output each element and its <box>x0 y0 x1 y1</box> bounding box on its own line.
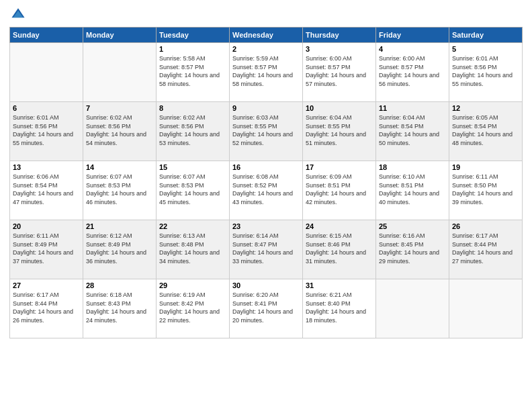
day-number: 24 <box>306 222 373 230</box>
day-number: 17 <box>306 163 373 171</box>
day-number: 15 <box>159 163 226 171</box>
calendar-cell: 25Sunrise: 6:16 AMSunset: 8:45 PMDayligh… <box>376 220 449 279</box>
day-info: Sunrise: 6:16 AMSunset: 8:45 PMDaylight:… <box>379 232 446 265</box>
calendar-cell: 2Sunrise: 5:59 AMSunset: 8:57 PMDaylight… <box>230 43 303 102</box>
day-info: Sunrise: 6:15 AMSunset: 8:46 PMDaylight:… <box>306 232 373 265</box>
day-number: 12 <box>452 104 519 112</box>
day-info: Sunrise: 6:04 AMSunset: 8:55 PMDaylight:… <box>306 113 373 147</box>
day-number: 9 <box>232 104 300 112</box>
day-info: Sunrise: 6:21 AMSunset: 8:40 PMDaylight:… <box>306 291 373 324</box>
calendar-cell: 3Sunrise: 6:00 AMSunset: 8:57 PMDaylight… <box>303 43 376 102</box>
calendar-cell: 19Sunrise: 6:11 AMSunset: 8:50 PMDayligh… <box>449 161 523 220</box>
weekday-header: Saturday <box>449 28 523 43</box>
calendar-cell <box>449 279 523 338</box>
day-info: Sunrise: 6:12 AMSunset: 8:49 PMDaylight:… <box>86 232 153 265</box>
day-number: 2 <box>232 45 300 53</box>
day-number: 8 <box>159 104 226 112</box>
calendar-cell: 4Sunrise: 6:00 AMSunset: 8:57 PMDaylight… <box>376 43 449 102</box>
day-info: Sunrise: 6:00 AMSunset: 8:57 PMDaylight:… <box>306 54 373 88</box>
calendar-cell: 6Sunrise: 6:01 AMSunset: 8:56 PMDaylight… <box>10 102 83 161</box>
day-info: Sunrise: 6:13 AMSunset: 8:48 PMDaylight:… <box>159 232 226 265</box>
day-info: Sunrise: 6:19 AMSunset: 8:42 PMDaylight:… <box>159 291 226 324</box>
day-number: 30 <box>232 281 300 289</box>
day-number: 23 <box>232 222 300 230</box>
calendar-cell: 17Sunrise: 6:09 AMSunset: 8:51 PMDayligh… <box>303 161 376 220</box>
calendar-cell: 5Sunrise: 6:01 AMSunset: 8:56 PMDaylight… <box>449 43 523 102</box>
logo <box>9 7 26 21</box>
calendar-cell: 1Sunrise: 5:58 AMSunset: 8:57 PMDaylight… <box>157 43 230 102</box>
day-info: Sunrise: 6:01 AMSunset: 8:56 PMDaylight:… <box>13 113 80 147</box>
day-info: Sunrise: 6:10 AMSunset: 8:51 PMDaylight:… <box>379 173 446 206</box>
day-info: Sunrise: 6:08 AMSunset: 8:52 PMDaylight:… <box>232 173 300 206</box>
day-info: Sunrise: 6:02 AMSunset: 8:56 PMDaylight:… <box>159 113 226 147</box>
weekday-header: Tuesday <box>157 28 230 43</box>
day-info: Sunrise: 6:00 AMSunset: 8:57 PMDaylight:… <box>379 54 446 88</box>
calendar-cell: 24Sunrise: 6:15 AMSunset: 8:46 PMDayligh… <box>303 220 376 279</box>
day-number: 28 <box>86 281 153 289</box>
calendar-cell: 14Sunrise: 6:07 AMSunset: 8:53 PMDayligh… <box>83 161 157 220</box>
day-number: 5 <box>452 45 519 53</box>
day-number: 1 <box>159 45 226 53</box>
day-info: Sunrise: 6:14 AMSunset: 8:47 PMDaylight:… <box>232 232 300 265</box>
day-number: 18 <box>379 163 446 171</box>
calendar-cell <box>83 43 157 102</box>
day-info: Sunrise: 6:01 AMSunset: 8:56 PMDaylight:… <box>452 54 519 88</box>
calendar-cell: 7Sunrise: 6:02 AMSunset: 8:56 PMDaylight… <box>83 102 157 161</box>
calendar-cell: 20Sunrise: 6:11 AMSunset: 8:49 PMDayligh… <box>10 220 83 279</box>
calendar-cell: 31Sunrise: 6:21 AMSunset: 8:40 PMDayligh… <box>303 279 376 338</box>
day-info: Sunrise: 6:20 AMSunset: 8:41 PMDaylight:… <box>232 291 300 324</box>
calendar-cell: 16Sunrise: 6:08 AMSunset: 8:52 PMDayligh… <box>230 161 303 220</box>
calendar-cell <box>10 43 83 102</box>
calendar-cell: 8Sunrise: 6:02 AMSunset: 8:56 PMDaylight… <box>157 102 230 161</box>
day-info: Sunrise: 6:04 AMSunset: 8:54 PMDaylight:… <box>379 113 446 147</box>
day-number: 11 <box>379 104 446 112</box>
day-number: 14 <box>86 163 153 171</box>
calendar-cell: 12Sunrise: 6:05 AMSunset: 8:54 PMDayligh… <box>449 102 523 161</box>
calendar-cell: 10Sunrise: 6:04 AMSunset: 8:55 PMDayligh… <box>303 102 376 161</box>
day-info: Sunrise: 5:58 AMSunset: 8:57 PMDaylight:… <box>159 54 226 88</box>
day-number: 7 <box>86 104 153 112</box>
calendar-cell: 29Sunrise: 6:19 AMSunset: 8:42 PMDayligh… <box>157 279 230 338</box>
weekday-header: Sunday <box>10 28 83 43</box>
day-number: 22 <box>159 222 226 230</box>
day-info: Sunrise: 6:03 AMSunset: 8:55 PMDaylight:… <box>232 113 300 147</box>
day-number: 6 <box>13 104 80 112</box>
calendar-cell <box>376 279 449 338</box>
day-number: 27 <box>13 281 80 289</box>
day-number: 16 <box>232 163 300 171</box>
logo-icon <box>11 7 26 21</box>
day-number: 25 <box>379 222 446 230</box>
page: SundayMondayTuesdayWednesdayThursdayFrid… <box>0 0 532 411</box>
day-info: Sunrise: 6:18 AMSunset: 8:43 PMDaylight:… <box>86 291 153 324</box>
day-number: 3 <box>306 45 373 53</box>
day-number: 31 <box>306 281 373 289</box>
day-number: 29 <box>159 281 226 289</box>
day-number: 19 <box>452 163 519 171</box>
calendar-cell: 23Sunrise: 6:14 AMSunset: 8:47 PMDayligh… <box>230 220 303 279</box>
calendar-cell: 27Sunrise: 6:17 AMSunset: 8:44 PMDayligh… <box>10 279 83 338</box>
day-info: Sunrise: 6:06 AMSunset: 8:54 PMDaylight:… <box>13 173 80 206</box>
calendar: SundayMondayTuesdayWednesdayThursdayFrid… <box>9 27 523 338</box>
day-number: 4 <box>379 45 446 53</box>
weekday-header: Thursday <box>303 28 376 43</box>
calendar-cell: 30Sunrise: 6:20 AMSunset: 8:41 PMDayligh… <box>230 279 303 338</box>
day-info: Sunrise: 6:11 AMSunset: 8:49 PMDaylight:… <box>13 232 80 265</box>
day-number: 21 <box>86 222 153 230</box>
day-info: Sunrise: 6:17 AMSunset: 8:44 PMDaylight:… <box>452 232 519 265</box>
weekday-header: Wednesday <box>230 28 303 43</box>
day-info: Sunrise: 6:07 AMSunset: 8:53 PMDaylight:… <box>86 173 153 206</box>
day-number: 26 <box>452 222 519 230</box>
day-info: Sunrise: 6:11 AMSunset: 8:50 PMDaylight:… <box>452 173 519 206</box>
day-info: Sunrise: 6:05 AMSunset: 8:54 PMDaylight:… <box>452 113 519 147</box>
day-number: 13 <box>13 163 80 171</box>
day-info: Sunrise: 6:17 AMSunset: 8:44 PMDaylight:… <box>13 291 80 324</box>
day-number: 20 <box>13 222 80 230</box>
header <box>9 7 523 21</box>
calendar-cell: 11Sunrise: 6:04 AMSunset: 8:54 PMDayligh… <box>376 102 449 161</box>
calendar-cell: 26Sunrise: 6:17 AMSunset: 8:44 PMDayligh… <box>449 220 523 279</box>
calendar-cell: 9Sunrise: 6:03 AMSunset: 8:55 PMDaylight… <box>230 102 303 161</box>
calendar-cell: 28Sunrise: 6:18 AMSunset: 8:43 PMDayligh… <box>83 279 157 338</box>
weekday-header: Monday <box>83 28 157 43</box>
day-number: 10 <box>306 104 373 112</box>
calendar-cell: 22Sunrise: 6:13 AMSunset: 8:48 PMDayligh… <box>157 220 230 279</box>
